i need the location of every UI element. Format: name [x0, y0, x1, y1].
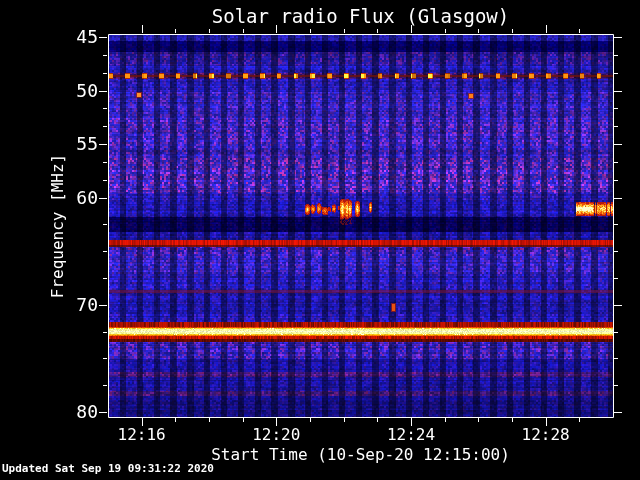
y-tick-label: 45 [36, 27, 98, 47]
y-tick-label: 80 [36, 402, 98, 422]
x-tick-label: 12:28 [496, 426, 596, 444]
x-tick-label: 12:24 [361, 426, 461, 444]
chart-title: Solar radio Flux (Glasgow) [108, 6, 613, 27]
x-tick-label: 12:20 [226, 426, 326, 444]
y-tick-label: 50 [36, 81, 98, 101]
spectrogram-page: Solar radio Flux (Glasgow) Frequency [MH… [0, 0, 640, 480]
updated-timestamp: Updated Sat Sep 19 09:31:22 2020 [2, 462, 214, 475]
y-tick-label: 60 [36, 188, 98, 208]
y-tick-label: 55 [36, 134, 98, 154]
y-tick-label: 70 [36, 295, 98, 315]
x-axis-title: Start Time (10-Sep-20 12:15:00) [108, 446, 613, 464]
x-tick-label: 12:16 [92, 426, 192, 444]
